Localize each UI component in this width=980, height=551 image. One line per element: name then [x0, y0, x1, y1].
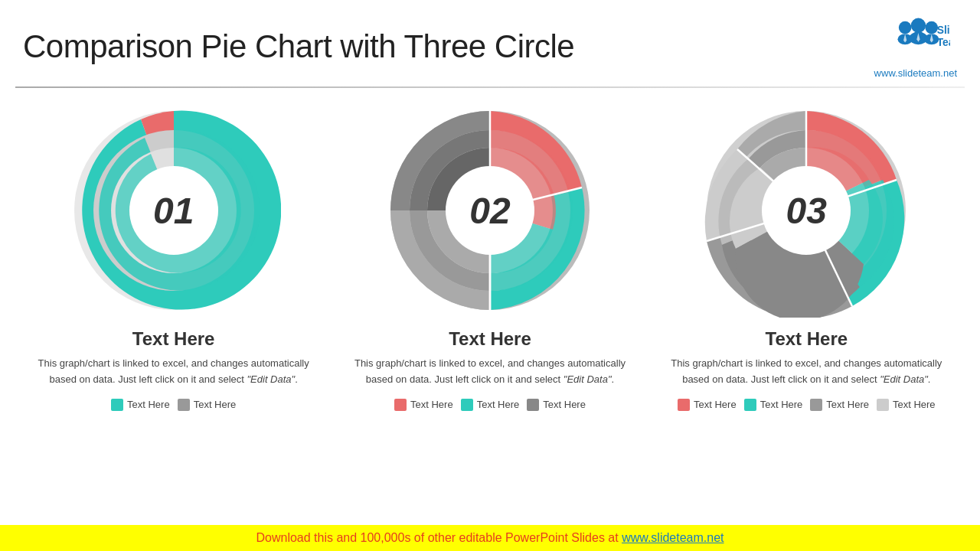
legend-item-3-2: Text Here — [744, 399, 803, 411]
chart-1-number: 01 — [153, 190, 194, 232]
legend-color-gray-3 — [810, 399, 822, 411]
svg-point-0 — [899, 21, 912, 34]
chart-1-legend: Text Here Text Here — [111, 399, 236, 411]
legend-item-1-1: Text Here — [111, 399, 170, 411]
svg-text:Slide: Slide — [936, 24, 949, 36]
legend-label-1-2: Text Here — [194, 399, 237, 410]
chart-2-number: 02 — [469, 190, 510, 232]
header: Comparison Pie Chart with Three Circle S… — [0, 0, 980, 86]
chart-2-title: Text Here — [449, 328, 531, 350]
logo-area: Slide Team www.slideteam.net — [874, 14, 957, 79]
header-divider — [15, 86, 965, 88]
chart-2-desc: This graph/chart is linked to excel, and… — [345, 356, 635, 388]
legend-item-2-2: Text Here — [461, 399, 520, 411]
legend-color-gray-1 — [178, 399, 190, 411]
charts-container: 01 Text Here This graph/chart is linked … — [0, 96, 980, 411]
legend-color-teal-1 — [111, 399, 123, 411]
chart-3-title: Text Here — [766, 328, 848, 350]
legend-item-1-2: Text Here — [178, 399, 237, 411]
chart-3: 03 Text Here This graph/chart is linked … — [661, 103, 952, 411]
chart-3-number: 03 — [786, 190, 827, 232]
chart-2: 02 Text Here This graph/chart is linked … — [345, 103, 635, 411]
legend-color-gray-2 — [527, 399, 539, 411]
slideteam-logo: Slide Team — [881, 14, 950, 67]
legend-color-teal-3 — [744, 399, 756, 411]
chart-1-desc: This graph/chart is linked to excel, and… — [28, 356, 319, 388]
legend-item-2-1: Text Here — [394, 399, 453, 411]
donut-chart-2: 02 — [383, 103, 597, 318]
chart-1: 01 Text Here This graph/chart is linked … — [28, 103, 319, 411]
legend-item-3-4: Text Here — [877, 399, 936, 411]
chart-3-legend: Text Here Text Here Text Here Text Here — [678, 399, 936, 411]
chart-2-legend: Text Here Text Here Text Here — [394, 399, 586, 411]
donut-chart-1: 01 — [67, 103, 281, 318]
legend-label-3-3: Text Here — [826, 399, 869, 410]
legend-item-3-1: Text Here — [678, 399, 737, 411]
legend-label-3-2: Text Here — [760, 399, 803, 410]
legend-label-2-1: Text Here — [410, 399, 453, 410]
legend-label-1-1: Text Here — [127, 399, 170, 410]
legend-label-2-2: Text Here — [477, 399, 520, 410]
legend-label-3-1: Text Here — [694, 399, 737, 410]
legend-color-red-2 — [394, 399, 407, 411]
page-title: Comparison Pie Chart with Three Circle — [23, 28, 574, 65]
legend-item-3-3: Text Here — [810, 399, 869, 411]
legend-label-3-4: Text Here — [893, 399, 936, 410]
donut-chart-3: 03 — [699, 103, 913, 318]
svg-point-1 — [911, 18, 926, 33]
legend-color-lightgray-3 — [877, 399, 889, 411]
chart-3-desc: This graph/chart is linked to excel, and… — [661, 356, 952, 388]
chart-1-title: Text Here — [132, 328, 215, 350]
banner-link[interactable]: www.slideteam.net — [622, 531, 724, 544]
svg-point-2 — [925, 21, 938, 34]
svg-text:Team: Team — [936, 36, 949, 48]
bottom-banner: Download this and 100,000s of other edit… — [0, 525, 980, 551]
legend-item-2-3: Text Here — [527, 399, 586, 411]
banner-text: Download this and 100,000s of other edit… — [256, 531, 622, 544]
legend-label-2-3: Text Here — [543, 399, 586, 410]
legend-color-red-3 — [678, 399, 690, 411]
logo-link[interactable]: www.slideteam.net — [874, 67, 957, 79]
legend-color-teal-2 — [461, 399, 473, 411]
